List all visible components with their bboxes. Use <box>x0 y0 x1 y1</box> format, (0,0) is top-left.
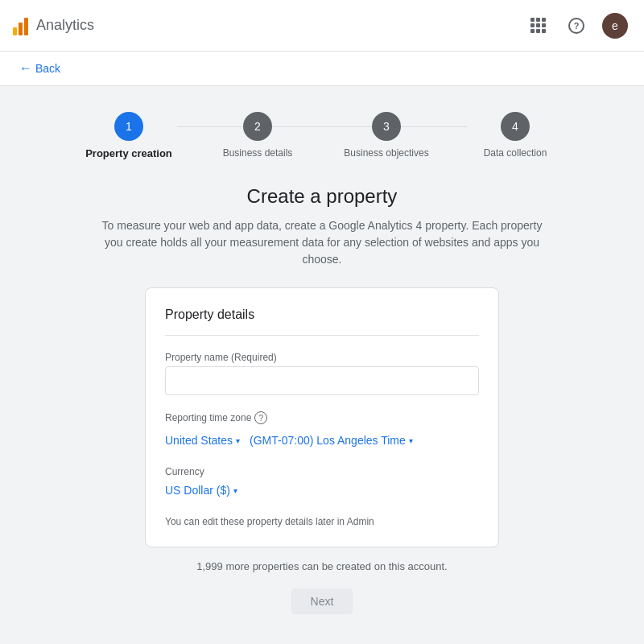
step-4: 4 Data collection <box>451 112 580 159</box>
back-link[interactable]: ← Back <box>19 61 60 76</box>
country-select[interactable]: United States ▾ <box>165 431 240 450</box>
step-2-circle: 2 <box>243 112 272 141</box>
timezone-select-row: United States ▾ (GMT-07:00) Los Angeles … <box>165 431 479 450</box>
step-2-label: Business details <box>223 147 293 159</box>
step-2: 2 Business details <box>193 112 322 159</box>
help-button[interactable]: ? <box>560 10 592 42</box>
currency-label: Currency <box>165 466 479 477</box>
apps-button[interactable] <box>522 10 554 42</box>
page-subtitle: To measure your web and app data, create… <box>97 217 547 268</box>
country-value: United States <box>165 434 233 447</box>
currency-value: US Dollar ($) <box>165 484 230 497</box>
step-3: 3 Business objectives <box>322 112 451 159</box>
currency-dropdown-arrow-icon: ▾ <box>233 486 237 495</box>
timezone-dropdown-arrow-icon: ▾ <box>409 436 413 445</box>
timezone-select[interactable]: (GMT-07:00) Los Angeles Time ▾ <box>250 431 413 450</box>
country-dropdown-arrow-icon: ▾ <box>236 436 240 445</box>
timezone-label: Reporting time zone <box>165 412 251 423</box>
logo-bar-1 <box>13 27 17 35</box>
property-name-input[interactable] <box>165 366 479 395</box>
timezone-row: Reporting time zone ? <box>165 411 479 424</box>
logo-bar-2 <box>19 23 23 35</box>
logo-bar-3 <box>24 18 28 35</box>
step-1-circle: 1 <box>114 112 143 141</box>
analytics-logo <box>13 16 28 35</box>
page-title: Create a property <box>19 185 625 208</box>
next-button[interactable]: Next <box>291 588 353 614</box>
main-content: 1 Property creation 2 Business details 3… <box>0 86 644 642</box>
logo-area: Analytics <box>13 16 522 35</box>
back-label: Back <box>35 62 60 75</box>
timezone-group: Reporting time zone ? United States ▾ (G… <box>165 411 479 450</box>
property-details-card: Property details Property name (Required… <box>145 287 499 547</box>
card-title: Property details <box>165 308 479 336</box>
header-actions: ? e <box>522 10 631 42</box>
help-icon: ? <box>568 18 584 34</box>
account-button[interactable]: e <box>599 10 631 42</box>
app-title: Analytics <box>36 17 94 34</box>
step-3-circle: 3 <box>372 112 401 141</box>
step-3-label: Business objectives <box>344 147 428 159</box>
currency-select[interactable]: US Dollar ($) ▾ <box>165 481 237 500</box>
property-name-label: Property name (Required) <box>165 352 479 363</box>
app-header: Analytics ? e <box>0 0 644 52</box>
admin-note: You can edit these property details late… <box>165 516 479 527</box>
button-container: Next <box>145 588 499 614</box>
step-1: 1 Property creation <box>64 112 193 159</box>
timezone-help-icon[interactable]: ? <box>254 411 267 424</box>
currency-group: Currency US Dollar ($) ▾ <box>165 466 479 500</box>
stepper: 1 Property creation 2 Business details 3… <box>19 112 625 159</box>
step-4-label: Data collection <box>484 147 547 159</box>
back-arrow-icon: ← <box>19 61 32 76</box>
property-name-group: Property name (Required) <box>165 352 479 395</box>
step-4-circle: 4 <box>501 112 530 141</box>
back-nav: ← Back <box>0 52 644 86</box>
step-1-label: Property creation <box>85 147 172 159</box>
page-heading: Create a property To measure your web an… <box>19 185 625 268</box>
grid-icon <box>530 18 546 33</box>
properties-count: 1,999 more properties can be created on … <box>19 560 625 572</box>
timezone-value: (GMT-07:00) Los Angeles Time <box>250 434 406 447</box>
avatar: e <box>602 13 628 39</box>
